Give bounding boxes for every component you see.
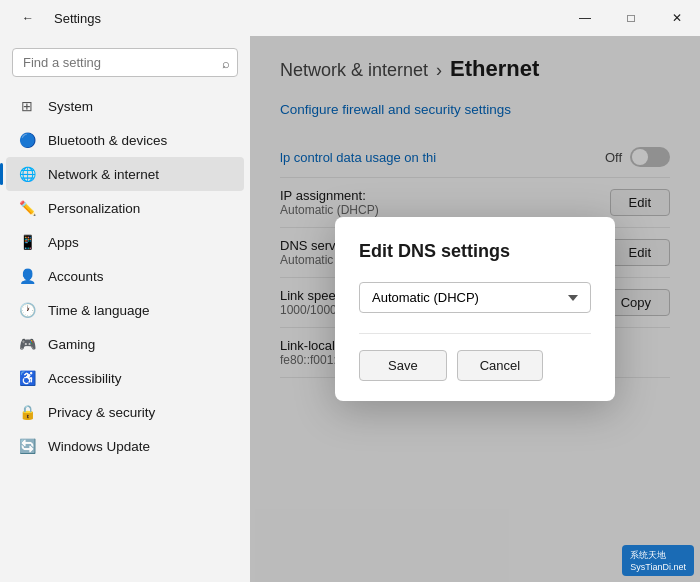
- update-icon: 🔄: [18, 437, 36, 455]
- dialog-overlay: Edit DNS settings Automatic (DHCP) Manua…: [250, 36, 700, 582]
- app-title: Settings: [54, 11, 101, 26]
- minimize-button[interactable]: —: [562, 0, 608, 36]
- sidebar-item-label: Personalization: [48, 201, 140, 216]
- time-icon: 🕐: [18, 301, 36, 319]
- main-layout: ⌕ ⊞ System 🔵 Bluetooth & devices 🌐 Netwo…: [0, 36, 700, 582]
- search-input[interactable]: [12, 48, 238, 77]
- content-area: Network & internet › Ethernet Configure …: [250, 36, 700, 582]
- sidebar-item-personalization[interactable]: ✏️ Personalization: [6, 191, 244, 225]
- sidebar-item-label: Apps: [48, 235, 79, 250]
- maximize-button[interactable]: □: [608, 0, 654, 36]
- sidebar-item-apps[interactable]: 📱 Apps: [6, 225, 244, 259]
- sidebar-item-privacy[interactable]: 🔒 Privacy & security: [6, 395, 244, 429]
- dialog-title: Edit DNS settings: [359, 241, 591, 262]
- search-box[interactable]: ⌕: [12, 48, 238, 77]
- dialog-buttons: Save Cancel: [359, 350, 591, 381]
- sidebar-item-label: Gaming: [48, 337, 95, 352]
- title-bar: ← Settings — □ ✕: [0, 0, 700, 36]
- title-bar-left: ← Settings: [12, 0, 101, 36]
- sidebar-item-label: Windows Update: [48, 439, 150, 454]
- search-icon: ⌕: [222, 55, 230, 70]
- sidebar-item-label: Privacy & security: [48, 405, 155, 420]
- gaming-icon: 🎮: [18, 335, 36, 353]
- watermark-line1: 系统天地: [630, 549, 686, 562]
- privacy-icon: 🔒: [18, 403, 36, 421]
- sidebar-item-label: Network & internet: [48, 167, 159, 182]
- network-icon: 🌐: [18, 165, 36, 183]
- sidebar-item-system[interactable]: ⊞ System: [6, 89, 244, 123]
- personalization-icon: ✏️: [18, 199, 36, 217]
- sidebar: ⌕ ⊞ System 🔵 Bluetooth & devices 🌐 Netwo…: [0, 36, 250, 582]
- sidebar-item-update[interactable]: 🔄 Windows Update: [6, 429, 244, 463]
- back-button[interactable]: ←: [12, 0, 44, 36]
- accessibility-icon: ♿: [18, 369, 36, 387]
- window-controls: — □ ✕: [562, 0, 700, 36]
- sidebar-item-label: Time & language: [48, 303, 150, 318]
- sidebar-item-network[interactable]: 🌐 Network & internet: [6, 157, 244, 191]
- close-button[interactable]: ✕: [654, 0, 700, 36]
- sidebar-item-label: Accessibility: [48, 371, 122, 386]
- dialog-divider: [359, 333, 591, 334]
- save-button[interactable]: Save: [359, 350, 447, 381]
- sidebar-item-label: System: [48, 99, 93, 114]
- system-icon: ⊞: [18, 97, 36, 115]
- cancel-button[interactable]: Cancel: [457, 350, 543, 381]
- sidebar-item-accounts[interactable]: 👤 Accounts: [6, 259, 244, 293]
- watermark-line2: SysTianDi.net: [630, 562, 686, 572]
- dns-dropdown[interactable]: Automatic (DHCP) Manual: [359, 282, 591, 313]
- watermark: 系统天地 SysTianDi.net: [622, 545, 694, 576]
- sidebar-item-label: Accounts: [48, 269, 104, 284]
- sidebar-item-time[interactable]: 🕐 Time & language: [6, 293, 244, 327]
- edit-dns-dialog: Edit DNS settings Automatic (DHCP) Manua…: [335, 217, 615, 401]
- accounts-icon: 👤: [18, 267, 36, 285]
- sidebar-item-label: Bluetooth & devices: [48, 133, 167, 148]
- apps-icon: 📱: [18, 233, 36, 251]
- bluetooth-icon: 🔵: [18, 131, 36, 149]
- sidebar-item-gaming[interactable]: 🎮 Gaming: [6, 327, 244, 361]
- sidebar-item-bluetooth[interactable]: 🔵 Bluetooth & devices: [6, 123, 244, 157]
- sidebar-item-accessibility[interactable]: ♿ Accessibility: [6, 361, 244, 395]
